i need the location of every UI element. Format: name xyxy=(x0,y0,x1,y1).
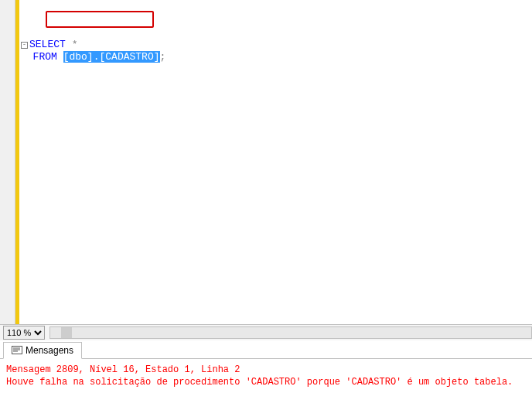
gutter xyxy=(0,0,15,324)
keyword-select: SELECT xyxy=(29,39,66,50)
error-header: Mensagem 2809, Nível 16, Estado 1, Linha… xyxy=(6,364,526,376)
tab-messages[interactable]: Mensagens xyxy=(3,342,82,359)
collapse-toggle-icon[interactable]: - xyxy=(21,42,28,49)
error-body: Houve falha na solicitação de procedimen… xyxy=(6,376,526,388)
keyword-from: FROM xyxy=(33,51,57,63)
zoom-control[interactable]: 110 % xyxy=(0,326,45,340)
horizontal-scrollbar[interactable] xyxy=(49,326,532,339)
zoom-select[interactable]: 110 % xyxy=(3,326,45,340)
star-operator: * xyxy=(72,39,78,50)
editor-wrapper: -SELECT * FROM [dbo].[CADASTRO]; 110 % xyxy=(0,0,532,340)
messages-panel[interactable]: Mensagem 2809, Nível 16, Estado 1, Linha… xyxy=(0,359,532,393)
scrollbar-thumb[interactable] xyxy=(61,327,72,338)
editor-bottom-bar: 110 % xyxy=(0,324,532,340)
highlight-box xyxy=(46,11,154,28)
selected-table-reference: [dbo].[CADASTRO] xyxy=(63,51,160,63)
sql-editor[interactable]: -SELECT * FROM [dbo].[CADASTRO]; xyxy=(19,0,532,324)
code-lines: -SELECT * FROM [dbo].[CADASTRO]; xyxy=(21,26,532,324)
results-tabs: Mensagens xyxy=(0,340,532,359)
tab-messages-label: Mensagens xyxy=(26,345,73,356)
semicolon: ; xyxy=(160,51,166,63)
editor-area: -SELECT * FROM [dbo].[CADASTRO]; xyxy=(0,0,532,324)
messages-icon xyxy=(12,346,22,356)
